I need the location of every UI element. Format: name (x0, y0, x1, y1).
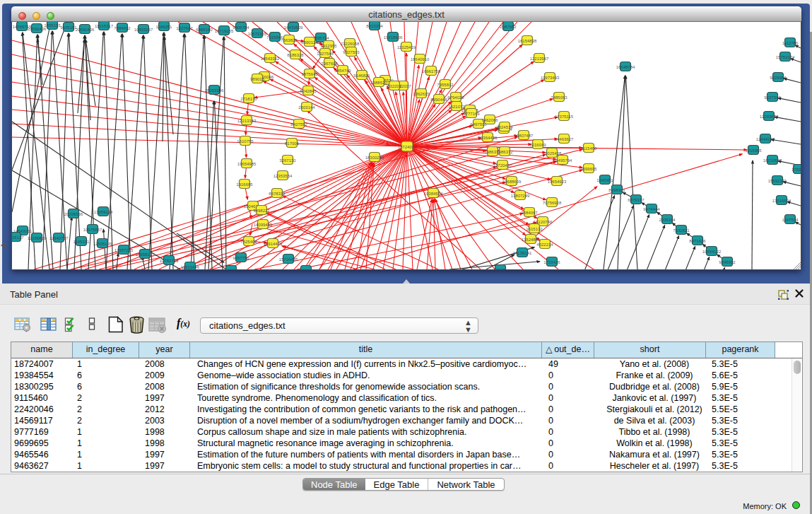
svg-text:18312: 18312 (300, 269, 312, 269)
svg-text:10688609: 10688609 (502, 180, 522, 184)
svg-text:70756928: 70756928 (543, 201, 562, 205)
svg-text:6879197: 6879197 (628, 198, 645, 202)
svg-text:8427552: 8427552 (290, 122, 307, 127)
svg-text:9657791: 9657791 (233, 256, 249, 260)
svg-text:9242845: 9242845 (300, 89, 317, 93)
svg-text:12156829: 12156829 (28, 236, 47, 240)
svg-text:1112786: 1112786 (782, 41, 799, 45)
svg-text:8990448: 8990448 (430, 98, 447, 102)
svg-text:8186328: 8186328 (287, 53, 304, 57)
svg-text:15692371: 15692371 (768, 179, 787, 183)
svg-text:6466160: 6466160 (196, 28, 213, 32)
svg-text:15720407: 15720407 (493, 163, 512, 168)
svg-text:13807249: 13807249 (511, 194, 530, 198)
svg-text:15751074: 15751074 (776, 55, 795, 59)
svg-text:9327503: 9327503 (343, 50, 360, 54)
svg-text:10958127: 10958127 (136, 252, 155, 257)
svg-text:3875645: 3875645 (301, 72, 318, 76)
svg-text:10654122: 10654122 (702, 250, 722, 254)
svg-text:3498222: 3498222 (253, 209, 270, 213)
svg-text:20691406: 20691406 (76, 28, 95, 32)
svg-text:15716485: 15716485 (279, 257, 298, 262)
svg-text:1184251: 1184251 (156, 25, 173, 29)
svg-text:6216049: 6216049 (529, 143, 546, 147)
svg-text:175331: 175331 (792, 168, 801, 172)
svg-text:7663822: 7663822 (281, 38, 298, 42)
svg-text:3915127: 3915127 (12, 235, 24, 240)
svg-text:10973493: 10973493 (541, 76, 560, 80)
svg-text:1615132: 1615132 (526, 227, 543, 231)
svg-text:11015317: 11015317 (95, 24, 114, 28)
svg-text:2367608: 2367608 (321, 62, 338, 66)
svg-text:11923446: 11923446 (181, 265, 200, 269)
svg-text:10853267: 10853267 (134, 28, 153, 32)
svg-text:20364436: 20364436 (478, 136, 498, 140)
svg-text:10807487: 10807487 (514, 134, 534, 138)
svg-text:14463627: 14463627 (555, 137, 574, 141)
svg-text:989015: 989015 (250, 77, 265, 81)
svg-text:9777169: 9777169 (463, 112, 480, 116)
svg-text:1362615: 1362615 (413, 92, 430, 96)
svg-text:9806784: 9806784 (233, 25, 249, 30)
svg-text:19384554: 19384554 (424, 192, 443, 196)
svg-text:10975857: 10975857 (83, 228, 102, 232)
svg-text:1167534: 1167534 (782, 218, 799, 222)
svg-text:8938921: 8938921 (608, 188, 625, 192)
svg-text:10671355: 10671355 (248, 32, 267, 36)
svg-text:9684067: 9684067 (521, 211, 538, 215)
svg-text:9474444: 9474444 (643, 207, 660, 211)
svg-text:12093872: 12093872 (760, 115, 779, 119)
svg-text:7684632: 7684632 (114, 26, 131, 30)
svg-text:3024514: 3024514 (496, 125, 513, 129)
svg-text:12213363: 12213363 (237, 119, 257, 123)
svg-text:7462066: 7462066 (481, 118, 498, 122)
svg-text:12444153: 12444153 (756, 137, 775, 141)
svg-text:817006: 817006 (285, 141, 300, 146)
svg-text:12213967: 12213967 (530, 57, 549, 61)
svg-text:1145131: 1145131 (73, 240, 90, 244)
svg-text:8678312: 8678312 (269, 192, 286, 196)
svg-text:17375115: 17375115 (555, 115, 574, 119)
svg-text:17016504: 17016504 (772, 199, 792, 203)
svg-text:19654923: 19654923 (548, 180, 567, 184)
svg-text:13959124: 13959124 (94, 210, 113, 214)
svg-text:12505135: 12505135 (93, 242, 112, 246)
svg-text:12942737: 12942737 (49, 236, 69, 240)
svg-text:3912955: 3912955 (320, 44, 337, 48)
svg-text:7485063: 7485063 (551, 95, 567, 100)
svg-text:9115460: 9115460 (581, 146, 598, 151)
svg-text:16154838: 16154838 (518, 39, 537, 43)
svg-text:7986372: 7986372 (496, 150, 513, 154)
svg-text:9227342: 9227342 (764, 95, 781, 100)
svg-text:95125: 95125 (495, 268, 507, 269)
svg-text:9329966: 9329966 (770, 76, 787, 80)
svg-text:7632621: 7632621 (673, 228, 690, 233)
svg-text:7625402: 7625402 (240, 240, 257, 244)
svg-text:3215955: 3215955 (745, 148, 762, 153)
svg-text:7955812: 7955812 (437, 83, 454, 87)
svg-text:10782759: 10782759 (160, 259, 179, 263)
svg-text:17957255: 17957255 (114, 248, 134, 252)
svg-text:1927546: 1927546 (317, 52, 334, 56)
svg-text:8660124: 8660124 (301, 40, 318, 45)
svg-text:16914479: 16914479 (264, 242, 283, 246)
svg-text:18640910: 18640910 (411, 57, 430, 62)
svg-text:16543362: 16543362 (261, 57, 280, 61)
svg-text:11325419: 11325419 (397, 45, 416, 49)
svg-text:2603144: 2603144 (298, 105, 315, 110)
svg-text:18300295: 18300295 (365, 156, 384, 160)
svg-text:1640951: 1640951 (596, 178, 613, 182)
svg-text:2718170: 2718170 (240, 97, 257, 101)
svg-text:1588520: 1588520 (370, 81, 387, 85)
svg-text:23495794: 23495794 (553, 158, 572, 163)
svg-text:3454749: 3454749 (334, 69, 351, 73)
svg-text:1610755: 1610755 (237, 139, 254, 144)
svg-text:16433809: 16433809 (284, 25, 303, 30)
svg-text:3267130: 3267130 (279, 158, 296, 163)
svg-text:9146821: 9146821 (353, 74, 370, 78)
svg-text:19218906: 19218906 (384, 35, 403, 40)
svg-text:8813054: 8813054 (366, 24, 383, 28)
svg-text:16961758: 16961758 (422, 69, 441, 74)
svg-text:2087682: 2087682 (500, 25, 517, 29)
svg-text:14099489: 14099489 (254, 223, 273, 227)
